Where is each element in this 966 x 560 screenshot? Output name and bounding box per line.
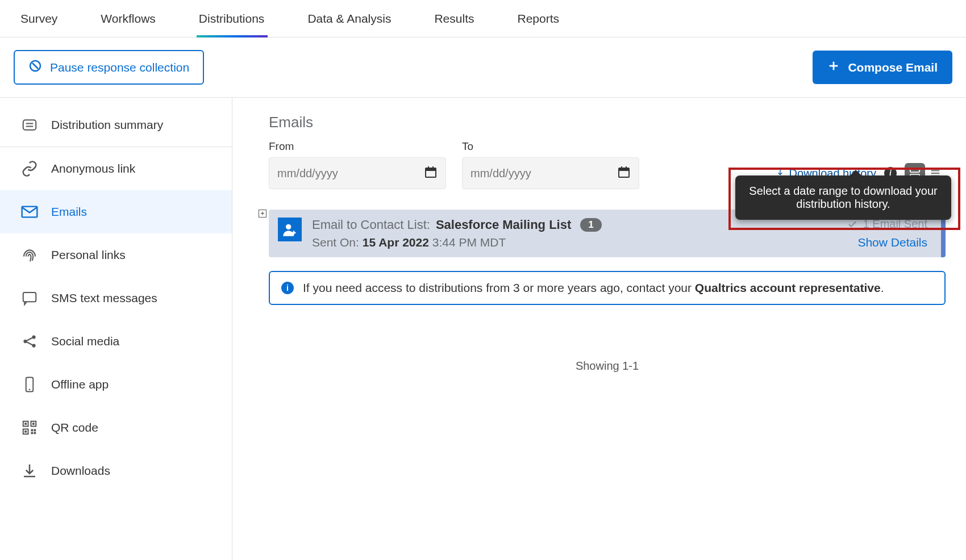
tab-results[interactable]: Results xyxy=(434,1,496,37)
plus-icon xyxy=(827,60,840,75)
svg-rect-24 xyxy=(31,432,34,434)
info-banner-icon: i xyxy=(281,282,294,294)
calendar-icon xyxy=(424,165,438,181)
svg-line-1 xyxy=(32,63,38,69)
email-card-right: 1 Email Sent Show Details xyxy=(847,218,927,249)
mobile-icon xyxy=(20,375,39,394)
sent-on-label: Sent On: xyxy=(312,236,359,249)
pause-response-button[interactable]: Pause response collection xyxy=(14,50,204,85)
expand-row-button[interactable]: + xyxy=(259,210,267,218)
qr-icon xyxy=(20,419,39,437)
email-icon xyxy=(20,203,39,221)
to-date-input[interactable] xyxy=(462,157,639,189)
sidebar-item-label: Offline app xyxy=(51,378,109,391)
tab-data-analysis[interactable]: Data & Analysis xyxy=(307,1,413,37)
svg-rect-33 xyxy=(619,168,629,171)
download-icon xyxy=(20,462,39,480)
sidebar-item-emails[interactable]: Emails xyxy=(0,190,232,233)
pause-label: Pause response collection xyxy=(50,61,189,74)
download-history-tooltip: Select a date range to download your dis… xyxy=(735,175,951,220)
email-count-badge: 1 xyxy=(580,218,601,232)
from-date-input[interactable] xyxy=(269,157,446,189)
main-content: Emails From To xyxy=(232,98,966,560)
from-label: From xyxy=(269,140,446,153)
sidebar: Distribution summary Anonymous link Emai… xyxy=(0,98,232,560)
svg-rect-29 xyxy=(426,168,436,171)
sidebar-item-sms[interactable]: SMS text messages xyxy=(0,277,232,320)
sidebar-item-summary[interactable]: Distribution summary xyxy=(0,103,232,147)
svg-rect-21 xyxy=(24,431,27,433)
svg-line-12 xyxy=(27,338,32,341)
to-date-field[interactable] xyxy=(470,167,590,180)
info-suffix: . xyxy=(881,281,884,294)
svg-rect-20 xyxy=(32,423,35,425)
compose-label: Compose Email xyxy=(848,61,938,74)
sidebar-item-label: Distribution summary xyxy=(51,118,163,132)
sms-icon xyxy=(20,289,39,307)
email-card-body: Email to Contact List: Salesforce Mailin… xyxy=(312,218,837,249)
svg-rect-19 xyxy=(24,423,27,425)
svg-rect-23 xyxy=(34,429,36,432)
svg-rect-38 xyxy=(910,169,920,173)
summary-icon xyxy=(20,116,39,134)
sidebar-item-label: Social media xyxy=(51,335,119,348)
sidebar-item-label: SMS text messages xyxy=(51,291,157,305)
filters-row: From To xyxy=(269,140,946,189)
sidebar-item-anonymous-link[interactable]: Anonymous link xyxy=(0,147,232,190)
action-bar: Pause response collection Compose Email xyxy=(0,37,966,98)
sidebar-item-label: Personal links xyxy=(51,248,126,262)
svg-rect-4 xyxy=(23,120,36,130)
svg-line-13 xyxy=(27,342,32,345)
compose-email-button[interactable]: Compose Email xyxy=(813,51,952,84)
tab-survey[interactable]: Survey xyxy=(20,1,79,37)
svg-rect-22 xyxy=(31,429,34,432)
email-prefix: Email to Contact List: xyxy=(312,218,430,232)
cancel-circle-icon xyxy=(28,59,42,76)
link-icon xyxy=(20,160,39,178)
pagination-text: Showing 1-1 xyxy=(269,360,946,373)
svg-point-43 xyxy=(286,224,291,229)
show-details-link[interactable]: Show Details xyxy=(857,236,927,249)
tab-reports[interactable]: Reports xyxy=(517,1,581,37)
sidebar-item-label: QR code xyxy=(51,421,98,434)
tab-distributions[interactable]: Distributions xyxy=(199,1,286,37)
sent-date: 15 Apr 2022 xyxy=(363,236,429,249)
contact-add-icon xyxy=(278,218,302,241)
sidebar-item-downloads[interactable]: Downloads xyxy=(0,449,232,492)
to-date-group: To xyxy=(462,140,639,189)
top-tabs: Survey Workflows Distributions Data & An… xyxy=(0,0,966,37)
share-icon xyxy=(20,332,39,350)
fingerprint-icon xyxy=(20,246,39,264)
sent-time: 3:44 PM MDT xyxy=(432,236,506,249)
sidebar-item-label: Emails xyxy=(51,205,87,219)
email-sent-line: Sent On: 15 Apr 2022 3:44 PM MDT xyxy=(312,236,837,249)
info-banner-text: If you need access to distributions from… xyxy=(303,281,884,295)
sidebar-item-qr-code[interactable]: QR code xyxy=(0,406,232,449)
sidebar-item-social[interactable]: Social media xyxy=(0,320,232,363)
page-title: Emails xyxy=(269,114,946,131)
filters-right: Download history i Select a date range t… xyxy=(776,163,946,189)
email-list-name: Salesforce Mailing List xyxy=(436,218,571,232)
tooltip-text: Select a date range to download your dis… xyxy=(749,185,937,210)
sidebar-item-personal-links[interactable]: Personal links xyxy=(0,233,232,277)
info-prefix: If you need access to distributions from… xyxy=(303,281,695,294)
svg-rect-25 xyxy=(34,432,36,434)
info-bold: Qualtrics account representative xyxy=(695,281,881,294)
tab-workflows[interactable]: Workflows xyxy=(101,1,177,37)
sidebar-item-label: Anonymous link xyxy=(51,162,135,175)
from-date-field[interactable] xyxy=(277,167,397,180)
sidebar-item-offline-app[interactable]: Offline app xyxy=(0,363,232,406)
to-label: To xyxy=(462,140,639,153)
from-date-group: From xyxy=(269,140,446,189)
info-banner: i If you need access to distributions fr… xyxy=(269,271,946,305)
sidebar-item-label: Downloads xyxy=(51,464,110,478)
calendar-icon xyxy=(617,165,631,181)
svg-rect-8 xyxy=(23,292,36,302)
